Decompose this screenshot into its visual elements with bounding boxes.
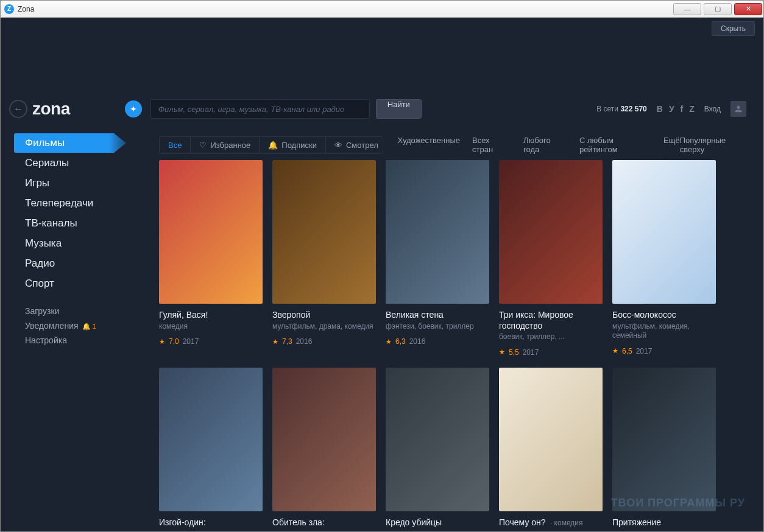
movie-poster: [272, 160, 376, 304]
star-icon: ★: [272, 338, 278, 346]
promo-badge-icon[interactable]: ✦: [125, 100, 142, 117]
movie-title: Великая стена: [386, 310, 489, 321]
facebook-icon[interactable]: f: [681, 104, 684, 114]
search-input[interactable]: Фильм, сериал, игра, музыка, ТВ-канал ил…: [150, 99, 370, 119]
movie-meta: ★7,32016: [272, 337, 376, 346]
filter-0[interactable]: Художественные: [398, 136, 460, 154]
movie-card[interactable]: Великая стенафэнтези, боевик, триллер★6,…: [386, 160, 489, 357]
view-tab-2[interactable]: 🔔Подписки: [260, 137, 326, 153]
zona-icon[interactable]: Z: [689, 104, 695, 114]
sidebar: ФильмыСериалыИгрыТелепередачиТВ-каналыМу…: [14, 133, 136, 348]
movie-card[interactable]: Почему он? · комедия: [499, 368, 603, 528]
sidebar-item-2[interactable]: Игры: [14, 173, 136, 193]
sidebar-sub-2[interactable]: Настройка: [14, 333, 136, 348]
sidebar-item-3[interactable]: Телепередачи: [14, 194, 136, 213]
movie-genre: фэнтези, боевик, триллер: [386, 322, 489, 332]
view-tab-3[interactable]: 👁Смотрел: [326, 137, 383, 153]
movie-genre: комедия: [159, 322, 263, 332]
movie-title: Зверопой: [272, 310, 376, 321]
filter-1[interactable]: Всех стран: [472, 136, 511, 154]
heart-icon: ♡: [199, 141, 207, 150]
window-title: Zona: [18, 5, 34, 13]
movie-poster: [499, 160, 603, 304]
window-controls: — ▢ ✕: [672, 3, 763, 15]
search-button[interactable]: Найти: [376, 99, 422, 119]
star-icon: ★: [386, 338, 392, 346]
vk-icon[interactable]: B: [657, 104, 663, 114]
eye-icon: 👁: [334, 141, 342, 150]
movie-poster: [612, 160, 716, 304]
hide-panel-button[interactable]: Скрыть: [712, 21, 755, 36]
movie-poster: [386, 160, 489, 304]
sort-dropdown[interactable]: Популярные сверху: [680, 136, 751, 154]
movie-card[interactable]: Притяжение: [612, 368, 716, 528]
movie-poster: [159, 368, 263, 511]
sidebar-sub-1[interactable]: Уведомления🔔 1: [14, 318, 136, 333]
header: ← zona ✦ Фильм, сериал, игра, музыка, ТВ…: [1, 94, 763, 124]
header-right: В сети 322 570 B У f Z Вход: [596, 101, 746, 117]
movie-genre: мультфильм, комедия, семейный: [612, 322, 716, 341]
view-tab-0[interactable]: Все: [160, 137, 191, 153]
movie-title: Изгой-один:: [159, 517, 263, 528]
movie-poster: [159, 160, 263, 304]
logo[interactable]: zona: [32, 99, 70, 119]
movie-card[interactable]: Гуляй, Вася!комедия★7,02017: [159, 160, 263, 357]
sidebar-item-6[interactable]: Радио: [14, 254, 136, 273]
sidebar-item-7[interactable]: Спорт: [14, 274, 136, 293]
app-window: Z Zona — ▢ ✕ Скрыть ← zona ✦ Фильм, сери…: [0, 0, 764, 532]
sidebar-sub-0[interactable]: Загрузки: [14, 304, 136, 318]
movie-title: Притяжение: [612, 517, 716, 528]
movie-card[interactable]: Босс-молокососмультфильм, комедия, семей…: [612, 160, 716, 357]
back-button[interactable]: ←: [9, 100, 27, 118]
twitter-icon[interactable]: У: [669, 104, 674, 114]
view-tab-1[interactable]: ♡Избранное: [191, 137, 260, 153]
movie-poster: [386, 368, 489, 511]
bell-icon: 🔔: [268, 141, 278, 150]
content-scroll[interactable]: Гуляй, Вася!комедия★7,02017Зверопоймульт…: [159, 160, 759, 530]
movie-title: Три икса: Мировое господство: [499, 310, 603, 331]
movie-poster: [272, 368, 376, 511]
movie-card[interactable]: Обитель зла:: [272, 368, 376, 528]
minimize-button[interactable]: —: [673, 3, 701, 15]
social-links: B У f Z: [657, 104, 695, 114]
app-body: Скрыть ← zona ✦ Фильм, сериал, игра, муз…: [1, 18, 763, 531]
filter-2[interactable]: Любого года: [523, 136, 567, 154]
movie-meta: ★6,32016: [386, 337, 489, 346]
filter-bar: Все♡Избранное🔔Подписки👁Смотрел Художеств…: [159, 136, 751, 154]
movie-card[interactable]: Зверопоймультфильм, драма, комедия★7,320…: [272, 160, 376, 357]
movie-genre: боевик, триллер, ...: [499, 332, 603, 342]
sidebar-item-5[interactable]: Музыка: [14, 234, 136, 253]
star-icon: ★: [612, 347, 618, 355]
movie-card[interactable]: Изгой-один:: [159, 368, 263, 528]
maximize-button[interactable]: ▢: [704, 3, 732, 15]
movie-title: Кредо убийцы: [386, 517, 489, 528]
sidebar-item-0[interactable]: Фильмы: [14, 133, 136, 153]
filter-3[interactable]: С любым рейтингом: [579, 136, 651, 154]
movie-title: Босс-молокосос: [612, 310, 716, 321]
movie-meta: ★7,02017: [159, 337, 263, 346]
app-icon: Z: [4, 4, 14, 14]
sidebar-item-1[interactable]: Сериалы: [14, 153, 136, 173]
view-tabs: Все♡Избранное🔔Подписки👁Смотрел: [159, 136, 383, 154]
movie-meta: ★5,52017: [499, 348, 603, 357]
movie-meta: ★6,52017: [612, 347, 716, 355]
login-link[interactable]: Вход: [704, 105, 721, 113]
movie-title: Почему он? · комедия: [499, 517, 603, 528]
search-placeholder: Фильм, сериал, игра, музыка, ТВ-канал ил…: [158, 105, 345, 114]
movie-title: Обитель зла:: [272, 517, 376, 528]
filter-links: ХудожественныеВсех странЛюбого годаС люб…: [398, 136, 680, 154]
close-button[interactable]: ✕: [734, 3, 762, 15]
notification-badge-icon: 🔔 1: [82, 323, 96, 330]
avatar[interactable]: [730, 101, 746, 117]
star-icon: ★: [499, 348, 505, 356]
titlebar: Z Zona — ▢ ✕: [1, 1, 763, 18]
movie-genre: мультфильм, драма, комедия: [272, 322, 376, 332]
sidebar-item-4[interactable]: ТВ-каналы: [14, 214, 136, 233]
movie-card[interactable]: Кредо убийцы: [386, 368, 489, 528]
star-icon: ★: [159, 338, 165, 346]
movie-poster: [499, 368, 603, 511]
movie-title: Гуляй, Вася!: [159, 310, 263, 321]
movie-poster: [612, 368, 716, 511]
filter-4[interactable]: Ещё: [663, 136, 680, 154]
movie-card[interactable]: Три икса: Мировое господствобоевик, трил…: [499, 160, 603, 357]
